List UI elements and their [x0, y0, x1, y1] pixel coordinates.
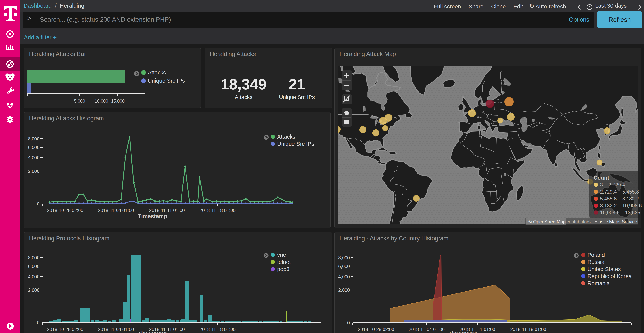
svg-text:2,000: 2,000 — [338, 287, 350, 293]
svg-text:2,729.4 – 5,455.8: 2,729.4 – 5,455.8 — [600, 189, 639, 195]
svg-text:Timestamp: Timestamp — [448, 330, 478, 333]
svg-text:Russia: Russia — [588, 259, 605, 265]
svg-text:Unique Src IPs: Unique Src IPs — [148, 78, 185, 84]
svg-text:Romania: Romania — [588, 280, 610, 286]
svg-text:2018-11-18 01:00: 2018-11-18 01:00 — [200, 327, 236, 332]
svg-text:Timestamp: Timestamp — [138, 213, 167, 219]
svg-text:United States: United States — [588, 266, 621, 272]
svg-text:0: 0 — [37, 201, 40, 206]
svg-text:© OpenStreetMap: © OpenStreetMap — [528, 219, 566, 224]
svg-text:6,000: 6,000 — [28, 145, 40, 150]
svg-text:5,000: 5,000 — [74, 99, 85, 104]
svg-text:3 – 2,729.4: 3 – 2,729.4 — [600, 182, 625, 188]
svg-text:Count: Count — [594, 175, 609, 181]
svg-text:vnc: vnc — [277, 252, 286, 258]
svg-text:2018-11-18 01:00: 2018-11-18 01:00 — [510, 327, 546, 332]
svg-text:Attacks: Attacks — [148, 70, 166, 76]
svg-text:10,908.6 – 13,635: 10,908.6 – 13,635 — [600, 210, 640, 215]
svg-text:2018-11-04 01:00: 2018-11-04 01:00 — [409, 327, 445, 332]
svg-text:Unique Src IPs: Unique Src IPs — [277, 141, 314, 147]
svg-text:0: 0 — [347, 320, 350, 325]
svg-text:15,000: 15,000 — [111, 99, 124, 104]
svg-text:2018-11-11 01:00: 2018-11-11 01:00 — [149, 208, 185, 213]
svg-text:Republic of Korea: Republic of Korea — [588, 273, 632, 279]
svg-text:4,000: 4,000 — [28, 274, 40, 279]
svg-text:telnet: telnet — [277, 259, 291, 265]
svg-text:2018-10-28 02:00: 2018-10-28 02:00 — [47, 327, 84, 332]
svg-text:6,000: 6,000 — [338, 264, 350, 269]
svg-text:2,000: 2,000 — [28, 287, 40, 293]
svg-text:4,000: 4,000 — [338, 274, 350, 279]
svg-text:5,455.8 – 8,182.2: 5,455.8 – 8,182.2 — [600, 196, 639, 202]
svg-text:Attacks: Attacks — [277, 134, 295, 140]
svg-text:0: 0 — [37, 320, 40, 325]
svg-text:2018-11-04 01:00: 2018-11-04 01:00 — [98, 208, 134, 213]
svg-text:pop3: pop3 — [277, 266, 290, 272]
svg-text:8,182.2 – 10,908.6: 8,182.2 – 10,908.6 — [600, 203, 642, 208]
svg-text:8,000: 8,000 — [338, 255, 350, 260]
svg-text:Timestamp: Timestamp — [138, 330, 167, 333]
svg-text:2018-10-28 02:00: 2018-10-28 02:00 — [358, 327, 394, 332]
svg-text:4,000: 4,000 — [28, 155, 40, 160]
svg-text:2018-10-28 02:00: 2018-10-28 02:00 — [47, 208, 84, 213]
svg-text:2,000: 2,000 — [28, 169, 40, 174]
svg-text:8,000: 8,000 — [28, 136, 40, 141]
svg-text:Elastic Maps Service: Elastic Maps Service — [594, 219, 637, 224]
svg-text:contributors,: contributors, — [566, 219, 592, 224]
svg-text:8,000: 8,000 — [28, 255, 40, 260]
svg-text:10,000: 10,000 — [95, 99, 108, 104]
svg-text:2018-11-18 01:00: 2018-11-18 01:00 — [200, 208, 236, 213]
svg-text:6,000: 6,000 — [28, 264, 40, 269]
svg-text:Poland: Poland — [588, 252, 605, 258]
svg-text:2018-11-04 01:00: 2018-11-04 01:00 — [98, 327, 134, 332]
